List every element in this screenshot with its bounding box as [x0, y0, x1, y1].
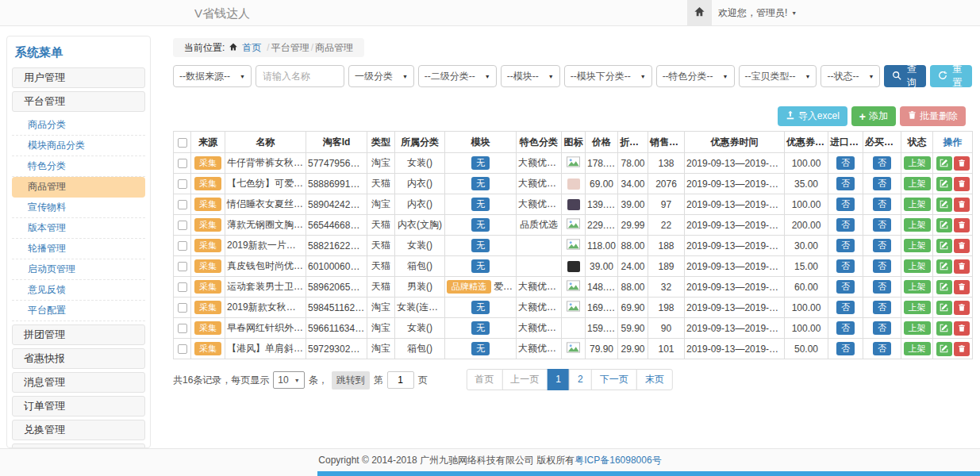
- module-badge[interactable]: 无: [471, 259, 490, 274]
- status-badge[interactable]: 上架: [904, 342, 931, 356]
- must-buy-toggle-badge[interactable]: 否: [873, 259, 891, 274]
- home-button[interactable]: [687, 0, 712, 25]
- sidebar-group[interactable]: 平台管理: [12, 91, 145, 112]
- name-search-input[interactable]: [256, 65, 344, 87]
- edit-button[interactable]: [936, 280, 952, 294]
- sidebar-group[interactable]: 省惠快报: [12, 348, 145, 369]
- import-toggle-badge[interactable]: 否: [836, 218, 855, 232]
- must-buy-toggle-badge[interactable]: 否: [873, 342, 891, 356]
- module-badge[interactable]: 无: [471, 177, 490, 191]
- user-menu[interactable]: 欢迎您，管理员! ▼: [718, 0, 797, 25]
- jump-button[interactable]: 跳转到: [332, 371, 370, 390]
- must-buy-toggle-badge[interactable]: 否: [873, 156, 891, 171]
- module-badge[interactable]: 无: [471, 239, 490, 253]
- delete-button[interactable]: [954, 321, 970, 336]
- row-checkbox[interactable]: [178, 303, 187, 313]
- select-all-checkbox[interactable]: [178, 138, 187, 148]
- edit-button[interactable]: [936, 177, 952, 191]
- sidebar-subitem[interactable]: 宣传物料: [12, 198, 145, 218]
- module-badge[interactable]: 品牌精选: [447, 280, 491, 294]
- query-button[interactable]: 查询: [884, 65, 926, 87]
- sidebar-group[interactable]: 拼团管理: [12, 324, 145, 345]
- filter-select[interactable]: --数据来源--▼: [173, 65, 252, 87]
- status-badge[interactable]: 上架: [904, 198, 931, 212]
- filter-select[interactable]: 一级分类▼: [348, 65, 414, 87]
- sidebar-group[interactable]: 订单管理: [12, 396, 145, 416]
- import-toggle-badge[interactable]: 否: [836, 177, 855, 191]
- module-badge[interactable]: 无: [471, 321, 490, 336]
- page-button[interactable]: 下一页: [591, 369, 637, 390]
- sidebar-subitem[interactable]: 商品管理: [12, 177, 145, 198]
- edit-button[interactable]: [936, 342, 952, 356]
- page-button[interactable]: 2: [569, 369, 592, 390]
- import-toggle-badge[interactable]: 否: [836, 259, 855, 274]
- row-checkbox[interactable]: [178, 282, 187, 292]
- must-buy-toggle-badge[interactable]: 否: [873, 198, 891, 212]
- sidebar-subitem[interactable]: 模块商品分类: [12, 136, 145, 156]
- page-button[interactable]: 首页: [466, 369, 502, 390]
- row-checkbox[interactable]: [178, 241, 187, 251]
- edit-button[interactable]: [936, 239, 952, 253]
- status-badge[interactable]: 上架: [904, 321, 931, 336]
- sidebar-group[interactable]: 消息管理: [12, 372, 145, 393]
- sidebar-subitem[interactable]: 平台配置: [12, 301, 145, 321]
- status-badge[interactable]: 上架: [904, 301, 931, 315]
- module-badge[interactable]: 无: [471, 218, 490, 232]
- edit-button[interactable]: [936, 218, 952, 232]
- per-page-select[interactable]: 10 ▼: [273, 371, 304, 389]
- must-buy-toggle-badge[interactable]: 否: [873, 280, 891, 294]
- delete-button[interactable]: [954, 177, 970, 191]
- breadcrumb-home-link[interactable]: 首页: [242, 41, 261, 55]
- import-toggle-badge[interactable]: 否: [836, 156, 855, 171]
- reset-button[interactable]: 重置: [930, 65, 972, 87]
- edit-button[interactable]: [936, 301, 952, 315]
- sidebar-subitem[interactable]: 商品分类: [12, 115, 145, 136]
- add-button[interactable]: + 添加: [851, 106, 896, 126]
- module-badge[interactable]: 无: [471, 342, 490, 356]
- page-button[interactable]: 上一页: [502, 369, 548, 390]
- edit-button[interactable]: [936, 156, 952, 171]
- edit-button[interactable]: [936, 321, 952, 336]
- import-toggle-badge[interactable]: 否: [836, 280, 855, 294]
- sidebar-subitem[interactable]: 轮播管理: [12, 239, 145, 259]
- filter-select[interactable]: --特色分类--▼: [656, 65, 735, 87]
- jump-page-input[interactable]: [387, 371, 414, 389]
- status-badge[interactable]: 上架: [904, 218, 931, 232]
- edit-button[interactable]: [936, 198, 952, 212]
- import-toggle-badge[interactable]: 否: [836, 342, 855, 356]
- delete-button[interactable]: [954, 198, 970, 212]
- page-button[interactable]: 末页: [636, 369, 673, 390]
- sidebar-subitem[interactable]: 意见反馈: [12, 280, 145, 301]
- delete-button[interactable]: [954, 259, 970, 274]
- filter-select[interactable]: --模块--▼: [501, 65, 560, 87]
- icp-link[interactable]: 粤ICP备16098006号: [575, 455, 661, 466]
- filter-select[interactable]: --宝贝类型--▼: [739, 65, 817, 87]
- filter-select[interactable]: --状态--▼: [821, 65, 880, 87]
- status-badge[interactable]: 上架: [904, 259, 931, 274]
- status-badge[interactable]: 上架: [904, 239, 931, 253]
- import-toggle-badge[interactable]: 否: [836, 301, 855, 315]
- sidebar-subitem[interactable]: 特色分类: [12, 156, 145, 177]
- must-buy-toggle-badge[interactable]: 否: [873, 239, 891, 253]
- page-button[interactable]: 1: [547, 369, 570, 390]
- filter-select[interactable]: --模块下分类--▼: [564, 65, 652, 87]
- module-badge[interactable]: 无: [471, 156, 490, 171]
- breadcrumb-item[interactable]: 商品管理: [315, 42, 353, 53]
- module-badge[interactable]: 无: [471, 301, 490, 315]
- import-toggle-badge[interactable]: 否: [836, 198, 855, 212]
- status-badge[interactable]: 上架: [904, 177, 931, 191]
- delete-button[interactable]: [954, 218, 970, 232]
- delete-button[interactable]: [954, 301, 970, 315]
- status-badge[interactable]: 上架: [904, 280, 931, 294]
- filter-select[interactable]: --二级分类--▼: [418, 65, 497, 87]
- must-buy-toggle-badge[interactable]: 否: [873, 321, 891, 336]
- row-checkbox[interactable]: [178, 262, 187, 271]
- row-checkbox[interactable]: [178, 179, 187, 189]
- row-checkbox[interactable]: [178, 324, 187, 333]
- row-checkbox[interactable]: [178, 200, 187, 209]
- row-checkbox[interactable]: [178, 221, 187, 230]
- row-checkbox[interactable]: [178, 159, 187, 168]
- sidebar-group[interactable]: 兑换管理: [12, 420, 145, 440]
- delete-button[interactable]: [954, 342, 970, 356]
- row-checkbox[interactable]: [178, 344, 187, 354]
